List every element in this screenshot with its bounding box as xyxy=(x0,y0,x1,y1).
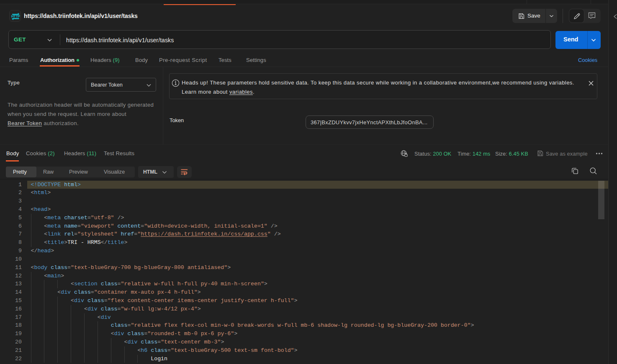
svg-text:HTTP: HTTP xyxy=(11,14,21,18)
